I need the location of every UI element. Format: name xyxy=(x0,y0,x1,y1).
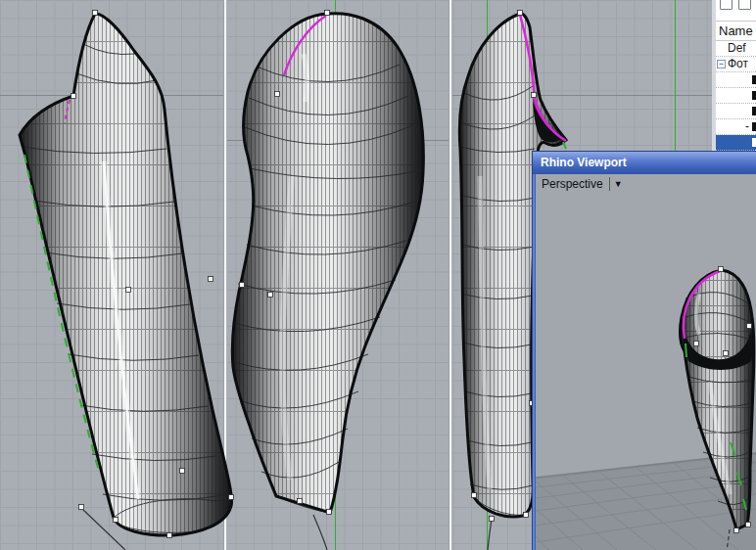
chevron-down-icon[interactable]: ▼ xyxy=(614,179,623,189)
layers-panel: Name Def −Фот - xyxy=(712,0,756,151)
viewport-label[interactable]: Perspective xyxy=(542,177,603,191)
perspective-geometry xyxy=(536,174,756,550)
viewport-label-bar[interactable]: Perspective ▼ xyxy=(542,177,623,191)
layer-row-child-3[interactable] xyxy=(716,104,756,119)
label-separator xyxy=(609,177,610,191)
layers-panel-toolbar xyxy=(716,0,756,22)
layer-row-child-2[interactable] xyxy=(716,88,756,104)
window-titlebar[interactable]: Rhino Viewport xyxy=(533,151,756,174)
layer-row-child-4[interactable]: - xyxy=(716,119,756,135)
layer-row-foto[interactable]: −Фот xyxy=(716,57,756,72)
rhino-application-window: Name Def −Фот - Rhino Viewport Perspecti… xyxy=(0,0,756,550)
new-layer-icon[interactable] xyxy=(720,0,732,10)
window-title: Rhino Viewport xyxy=(541,156,627,169)
layer-row-default[interactable]: Def xyxy=(716,41,756,57)
layer-row-child-1[interactable] xyxy=(716,72,756,88)
clipboard-icon[interactable] xyxy=(738,0,751,10)
perspective-viewport[interactable]: Perspective ▼ xyxy=(536,174,756,550)
helper-curve-tail-back[interactable] xyxy=(488,520,492,550)
helper-curve-tail-side[interactable] xyxy=(313,515,327,550)
rhino-viewport-window: Rhino Viewport Perspective ▼ xyxy=(532,151,756,550)
layer-row-selected[interactable] xyxy=(716,135,756,151)
collapse-minus-icon[interactable]: − xyxy=(717,60,726,69)
socket-mesh-side[interactable] xyxy=(232,14,423,550)
layers-column-header[interactable]: Name xyxy=(716,22,756,41)
